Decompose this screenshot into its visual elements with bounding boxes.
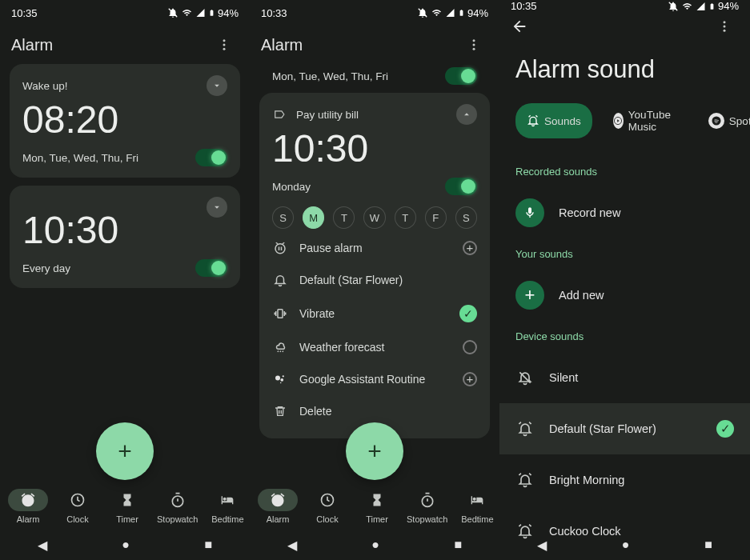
- back-button[interactable]: ◀: [287, 538, 297, 553]
- more-button[interactable]: [710, 12, 739, 41]
- day-fri[interactable]: F: [425, 206, 447, 229]
- collapse-button[interactable]: [456, 104, 477, 125]
- alarm-days: Mon, Tue, Wed, Thu, Fri: [22, 152, 138, 164]
- clock-icon: [70, 492, 86, 508]
- bell-icon: [273, 273, 287, 287]
- home-button[interactable]: ●: [622, 538, 630, 552]
- nav-timer[interactable]: Timer: [102, 487, 152, 526]
- overview-button[interactable]: ■: [205, 538, 213, 552]
- day-wed[interactable]: W: [363, 206, 385, 229]
- battery-icon: [208, 7, 215, 18]
- day-sat[interactable]: S: [455, 206, 477, 229]
- nav-stopwatch[interactable]: Stopwatch: [152, 487, 203, 526]
- nav-clock[interactable]: Clock: [303, 487, 352, 526]
- wifi-icon: [181, 8, 193, 18]
- alarm-time[interactable]: 10:30: [22, 211, 227, 250]
- screen-alarm-list: 10:35 94% Alarm Wake up! 08:20 Mon, Tue,…: [0, 0, 250, 560]
- plus-circle-icon: +: [515, 281, 544, 310]
- expand-button[interactable]: [207, 75, 227, 96]
- alarm-card[interactable]: 10:30 Every day: [10, 186, 240, 288]
- pause-alarm-option[interactable]: Pause alarm +: [272, 232, 477, 264]
- day-mon[interactable]: M: [303, 206, 324, 229]
- bottom-nav: Alarm Clock Timer Stopwatch Bedtime: [250, 483, 499, 530]
- add-alarm-fab[interactable]: +: [346, 422, 403, 480]
- back-button[interactable]: [511, 12, 539, 41]
- nav-alarm[interactable]: Alarm: [253, 487, 303, 526]
- weather-icon: [273, 340, 287, 354]
- plus-icon: +: [367, 438, 382, 465]
- status-icons: 94%: [417, 7, 488, 19]
- nav-bedtime[interactable]: Bedtime: [203, 487, 250, 526]
- alarm-toggle[interactable]: [445, 178, 477, 195]
- more-button[interactable]: [210, 30, 239, 59]
- svg-point-14: [283, 375, 284, 377]
- weather-option[interactable]: Weather forecast: [272, 331, 477, 363]
- timer-icon: [120, 493, 134, 507]
- overview-button[interactable]: ■: [704, 538, 712, 552]
- page-title: Alarm: [261, 36, 303, 54]
- bell-ring-icon: [515, 466, 535, 494]
- alarm-card[interactable]: Wake up! 08:20 Mon, Tue, Wed, Thu, Fri: [10, 64, 240, 178]
- vibrate-option[interactable]: Vibrate ✓: [272, 296, 477, 331]
- assistant-option[interactable]: Google Assistant Routine +: [272, 363, 477, 395]
- assistant-icon: [273, 372, 287, 386]
- svg-point-20: [724, 26, 726, 28]
- system-nav: ◀ ● ■: [250, 530, 499, 560]
- alarm-toggle[interactable]: [195, 259, 227, 277]
- sound-item-bright[interactable]: Bright Morning: [499, 454, 750, 506]
- pause-alarm-icon: [273, 241, 287, 255]
- nav-alarm[interactable]: Alarm: [3, 487, 53, 526]
- mic-icon: [515, 198, 544, 227]
- home-button[interactable]: ●: [122, 538, 130, 552]
- alarm-time[interactable]: 10:30: [272, 130, 477, 168]
- more-button[interactable]: [459, 30, 488, 59]
- alarm-toggle[interactable]: [195, 149, 227, 166]
- sound-item-silent[interactable]: Silent: [499, 352, 750, 403]
- alarm-toggle[interactable]: [445, 67, 477, 85]
- nav-stopwatch[interactable]: Stopwatch: [402, 487, 452, 526]
- bedtime-icon: [219, 494, 236, 506]
- alarm-time[interactable]: 08:20: [22, 101, 227, 139]
- day-thu[interactable]: T: [395, 206, 416, 229]
- vibrate-icon: [273, 306, 287, 321]
- status-bar: 10:35 94%: [499, 0, 750, 12]
- wifi-icon: [431, 8, 443, 18]
- add-alarm-fab[interactable]: +: [96, 422, 154, 480]
- day-tue[interactable]: T: [333, 206, 355, 229]
- nav-timer[interactable]: Timer: [352, 487, 402, 526]
- nav-clock[interactable]: Clock: [53, 487, 102, 526]
- back-button[interactable]: ◀: [537, 538, 547, 553]
- tab-sounds[interactable]: Sounds: [515, 103, 592, 138]
- svg-point-23: [712, 117, 720, 126]
- alarm-label: Pay utility bill: [296, 109, 359, 121]
- svg-point-7: [473, 39, 475, 42]
- record-new-button[interactable]: Record new: [499, 187, 750, 238]
- sound-option[interactable]: Default (Star Flower): [272, 264, 477, 296]
- home-button[interactable]: ●: [371, 538, 379, 552]
- chevron-down-icon: [211, 80, 223, 91]
- alarm-icon: [270, 492, 286, 508]
- expand-button[interactable]: [207, 197, 227, 218]
- bell-ring-icon: [527, 114, 539, 127]
- add-new-button[interactable]: + Add new: [499, 270, 750, 321]
- sound-item-default[interactable]: Default (Star Flower) ✓: [499, 403, 750, 454]
- alarm-card-expanded: Pay utility bill 10:30 Monday S M T W T …: [259, 93, 490, 438]
- svg-point-13: [280, 378, 283, 382]
- plus-icon: +: [118, 438, 132, 465]
- nav-bedtime[interactable]: Bedtime: [452, 487, 499, 526]
- weekday-picker: S M T W T F S: [272, 206, 477, 229]
- svg-point-9: [473, 48, 475, 50]
- battery-percent: 94%: [218, 7, 239, 19]
- overview-button[interactable]: ■: [455, 538, 463, 552]
- tab-spotify[interactable]: Spotify: [697, 103, 750, 138]
- signal-icon: [696, 2, 706, 11]
- day-sun[interactable]: S: [272, 206, 294, 229]
- arrow-back-icon: [511, 18, 528, 35]
- svg-point-21: [724, 30, 726, 32]
- system-nav: ◀ ● ■: [499, 530, 750, 560]
- signal-icon: [195, 8, 206, 18]
- bottom-nav: Alarm Clock Timer Stopwatch Bedtime: [0, 483, 250, 530]
- tab-youtube-music[interactable]: YouTube Music: [602, 103, 688, 138]
- alarm-label-row[interactable]: Pay utility bill: [272, 109, 359, 121]
- back-button[interactable]: ◀: [38, 538, 47, 553]
